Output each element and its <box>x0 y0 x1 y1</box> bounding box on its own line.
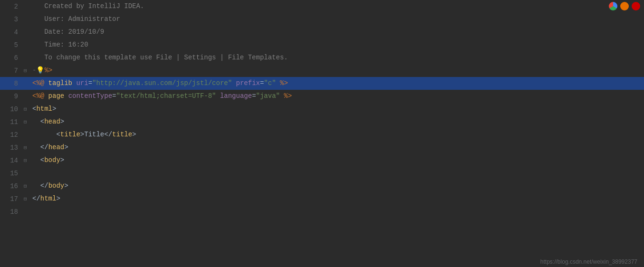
token-string-highlight: "c" <box>264 79 276 87</box>
token-jsp-delim: %> <box>280 79 288 87</box>
token-html-bracket: > <box>60 118 64 125</box>
code-line-7: 7⊟-💡%> <box>0 64 644 77</box>
top-bar <box>605 0 644 12</box>
token-html-bracket: </ <box>32 195 40 202</box>
fold-icon[interactable]: ⊟ <box>24 196 30 202</box>
code-content[interactable]: </html> <box>30 192 60 205</box>
code-line-16: 16⊟ </body> <box>0 180 644 192</box>
code-content[interactable]: </body> <box>30 180 68 192</box>
fold-icon[interactable]: ⊟ <box>24 183 30 189</box>
code-line-17: 17⊟</html> <box>0 192 644 205</box>
line-number: 5 <box>0 41 24 49</box>
token-text <box>32 182 40 190</box>
line-number: 18 <box>0 208 24 216</box>
line-number: 2 <box>0 3 24 10</box>
token-html-tag: body <box>48 182 65 190</box>
token-text: = <box>88 79 92 87</box>
token-comment: User: Administrator <box>32 15 120 23</box>
code-content[interactable]: User: Administrator <box>30 13 120 26</box>
line-number: 8 <box>0 80 24 87</box>
url-bar: https://blog.csdn.net/weixin_38992377 <box>540 258 637 265</box>
code-content[interactable]: <title>Title</title> <box>30 128 136 141</box>
token-comment: Time: 16:20 <box>32 41 88 48</box>
token-text <box>32 118 40 125</box>
token-html-bracket: </ <box>40 182 48 190</box>
token-text <box>276 79 280 87</box>
line-number: 17 <box>0 195 24 203</box>
token-html-bracket: > <box>60 156 64 164</box>
token-text: = <box>252 92 256 100</box>
line-number: 14 <box>0 157 24 164</box>
line-number: 13 <box>0 144 24 152</box>
fold-icon[interactable]: ⊟ <box>24 67 30 74</box>
code-line-4: 4 Date: 2019/10/9 <box>0 26 644 38</box>
code-line-11: 11⊟ <head> <box>0 115 644 128</box>
token-html-bracket: </ <box>40 143 48 151</box>
token-html-tag: title <box>112 131 132 138</box>
line-number: 15 <box>0 170 24 177</box>
code-content[interactable]: <html> <box>30 103 56 115</box>
token-jsp: %> <box>44 67 52 74</box>
line-number: 16 <box>0 182 24 190</box>
token-text: Title <box>84 131 104 138</box>
code-content[interactable]: <%@ taglib uri="http://java.sun.com/jsp/… <box>30 77 288 90</box>
code-content[interactable]: Created by IntelliJ IDEA. <box>30 0 144 13</box>
fold-icon[interactable]: ⊟ <box>24 106 30 112</box>
line-number: 4 <box>0 29 24 36</box>
token-html-bracket: > <box>52 105 56 113</box>
token-html-bracket: > <box>56 195 60 202</box>
code-content[interactable]: -💡%> <box>30 64 52 77</box>
code-line-12: 12 <title>Title</title> <box>0 128 644 141</box>
token-string: "text/html;charset=UTF-8" <box>116 92 216 100</box>
code-line-18: 18 <box>0 205 644 218</box>
code-line-10: 10⊟<html> <box>0 103 644 115</box>
token-comment: Date: 2019/10/9 <box>32 28 104 36</box>
token-html-bracket: > <box>64 143 68 151</box>
token-attr: contentType <box>68 92 112 100</box>
line-number: 7 <box>0 67 24 75</box>
chrome-icon[interactable] <box>609 2 617 10</box>
token-lightbulb: -💡 <box>32 67 44 74</box>
token-html-bracket: < <box>40 118 44 125</box>
code-content[interactable]: Date: 2019/10/9 <box>30 26 104 38</box>
token-html-bracket: < <box>56 131 60 138</box>
line-number: 11 <box>0 118 24 126</box>
token-html-bracket: > <box>64 182 68 190</box>
token-html-bracket: > <box>80 131 84 138</box>
code-content[interactable]: To change this template use File | Setti… <box>30 51 288 64</box>
line-number: 6 <box>0 54 24 62</box>
token-text <box>216 92 220 100</box>
token-attr: uri <box>76 79 88 87</box>
token-jsp-delim: <%@ <box>32 79 48 87</box>
code-content[interactable]: <body> <box>30 154 64 167</box>
code-line-6: 6 To change this template use File | Set… <box>0 51 644 64</box>
token-html-tag: head <box>44 118 60 125</box>
token-html-bracket: > <box>132 131 136 138</box>
token-html-bracket: </ <box>104 131 112 138</box>
token-html-tag: title <box>60 131 80 138</box>
code-line-13: 13⊟ </head> <box>0 141 644 154</box>
fold-icon[interactable]: ⊟ <box>24 119 30 125</box>
token-text <box>64 92 68 100</box>
fold-icon[interactable]: ⊟ <box>24 144 30 151</box>
token-text <box>32 143 40 151</box>
token-jsp-delim: %> <box>284 92 292 100</box>
code-line-8: 8<%@ taglib uri="http://java.sun.com/jsp… <box>0 77 644 90</box>
other-icon[interactable] <box>632 2 640 10</box>
token-html-tag: head <box>48 143 65 151</box>
fold-icon[interactable]: ⊟ <box>24 157 30 163</box>
code-content[interactable]: <%@ page contentType="text/html;charset=… <box>30 90 292 103</box>
code-line-2: 2 Created by IntelliJ IDEA. <box>0 0 644 13</box>
code-line-15: 15 <box>0 167 644 180</box>
token-text <box>32 131 56 138</box>
code-area: 2 Created by IntelliJ IDEA.3 User: Admin… <box>0 0 644 253</box>
token-text <box>32 156 40 164</box>
token-attr: prefix <box>236 79 260 87</box>
token-html-tag: html <box>40 195 57 202</box>
code-content[interactable]: <head> <box>30 115 64 128</box>
firefox-icon[interactable] <box>620 2 629 10</box>
code-content[interactable]: Time: 16:20 <box>30 38 88 51</box>
code-content[interactable]: </head> <box>30 141 68 154</box>
token-comment: To change this template use File | Setti… <box>32 54 288 61</box>
token-jsp-delim: <%@ <box>32 92 48 100</box>
